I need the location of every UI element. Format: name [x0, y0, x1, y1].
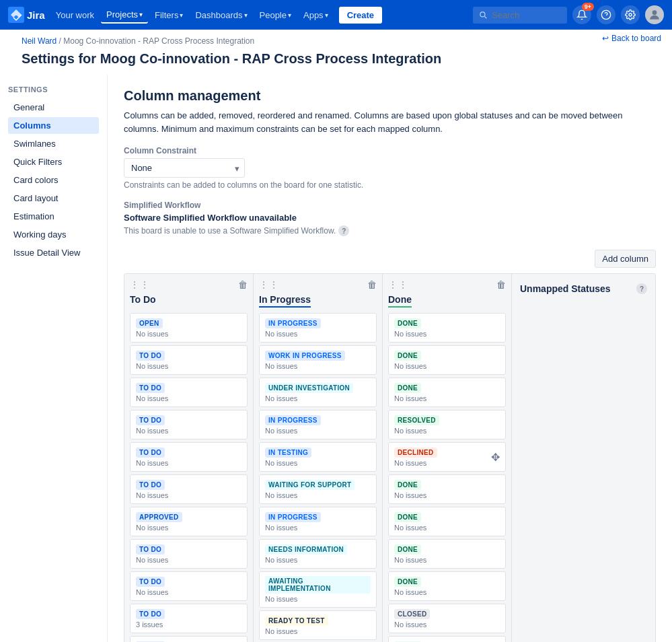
filters-chevron: ▾ [180, 11, 183, 19]
nav-people[interactable]: People ▾ [254, 7, 297, 23]
sidebar-item-swimlanes[interactable]: Swimlanes [8, 135, 99, 152]
logo-text: Jira [27, 9, 45, 21]
col-header-todo: ⋮⋮🗑 [130, 279, 248, 290]
nav-projects[interactable]: Projects ▾ [101, 7, 148, 24]
status-issue-count: No issues [394, 524, 500, 532]
sidebar-item-issue-detail-view[interactable]: Issue Detail View [8, 244, 99, 261]
status-card: DONENo issues [388, 378, 506, 407]
search-wrap [473, 7, 567, 24]
status-card: TO DONo issues [130, 410, 248, 439]
status-issue-count: No issues [265, 524, 371, 532]
bell-icon [576, 9, 587, 20]
board-col-done: ⋮⋮🗑DoneDONENo issuesDONENo issuesDONENo … [383, 274, 512, 642]
status-card: IN TESTINGNo issues [259, 442, 377, 472]
search-input[interactable] [473, 7, 567, 24]
col-name-done[interactable]: Done [388, 294, 412, 308]
sidebar-item-estimation[interactable]: Estimation [8, 208, 99, 225]
board-col-todo: ⋮⋮🗑To DoOPENNo issuesTO DONo issuesTO DO… [124, 274, 254, 642]
status-issue-count: No issues [265, 595, 371, 603]
nav-items: Your work Projects ▾ Filters ▾ Dashboard… [50, 7, 334, 24]
status-issue-count: No issues [136, 427, 241, 435]
status-card: IN PROGRESSNo issues [259, 410, 377, 439]
col-drag-handle[interactable]: ⋮⋮ [259, 279, 279, 290]
nav-right: 9+ [473, 5, 664, 24]
add-column-row: Add column [124, 250, 656, 268]
jira-logo[interactable]: Jira [8, 7, 45, 23]
avatar[interactable] [645, 5, 664, 24]
status-card: TO DONo issues [130, 474, 248, 504]
status-card: WORK IN PROGRESSNo issues [259, 345, 377, 375]
col-drag-handle[interactable]: ⋮⋮ [130, 279, 150, 290]
page-header: ↩ Back to board Neil Ward / Moog Co-inno… [0, 30, 672, 75]
breadcrumb-parent[interactable]: Neil Ward [22, 36, 57, 46]
col-delete-icon[interactable]: 🗑 [238, 279, 248, 290]
col-name-inprogress[interactable]: In Progress [259, 294, 311, 308]
add-column-button[interactable]: Add column [595, 250, 656, 268]
status-issue-count: No issues [265, 330, 371, 338]
status-badge: TO DO [136, 383, 165, 393]
notification-button[interactable]: 9+ [572, 5, 591, 24]
back-to-board-link[interactable]: ↩ Back to board [602, 34, 661, 43]
col-delete-icon[interactable]: 🗑 [496, 279, 506, 290]
unmapped-help-icon[interactable]: ? [636, 283, 647, 294]
col-drag-handle[interactable]: ⋮⋮ [388, 279, 408, 290]
sidebar-item-working-days[interactable]: Working days [8, 226, 99, 243]
nav-dashboards[interactable]: Dashboards ▾ [190, 7, 252, 23]
sidebar-item-general[interactable]: General [8, 99, 99, 116]
svg-point-2 [629, 13, 632, 16]
column-constraint-select[interactable]: None Issue Count Issue Count excluding S… [124, 158, 245, 178]
breadcrumb: Neil Ward / Moog Co-innovation - RAP Cro… [11, 30, 661, 48]
status-card: TO DONo issues [130, 345, 248, 375]
status-badge: TO DO [136, 351, 165, 361]
nav-your-work[interactable]: Your work [50, 7, 100, 23]
sidebar-item-quick-filters[interactable]: Quick Filters [8, 153, 99, 170]
projects-chevron: ▾ [139, 11, 143, 18]
create-button[interactable]: Create [339, 7, 382, 24]
status-issue-count: No issues [136, 588, 241, 596]
status-badge: DONE [394, 351, 421, 361]
sidebar-item-columns[interactable]: Columns [8, 117, 99, 134]
status-issue-count: No issues [394, 394, 500, 402]
help-button[interactable] [597, 5, 615, 24]
status-badge: DONE [394, 544, 421, 555]
settings-button[interactable] [621, 5, 640, 24]
board-area: ⋮⋮🗑To DoOPENNo issuesTO DONo issuesTO DO… [124, 273, 656, 642]
status-badge: AWAITING IMPLEMENTATION [265, 576, 371, 594]
status-issue-count: No issues [136, 524, 241, 532]
status-card: TO DONo issues [130, 442, 248, 472]
main-layout: SETTINGS General Columns Swimlanes Quick… [0, 75, 672, 642]
column-constraint-section: Column Constraint None Issue Count Issue… [124, 146, 656, 190]
status-card: IN PROGRESSNo issues [259, 507, 377, 536]
status-issue-count: No issues [136, 362, 241, 370]
status-card: DONENo issues [388, 636, 506, 642]
status-badge: APPROVED [136, 512, 182, 522]
status-badge: DONE [394, 512, 421, 522]
nav-apps[interactable]: Apps ▾ [298, 7, 334, 23]
sidebar-item-card-colors[interactable]: Card colors [8, 172, 99, 188]
notification-badge: 9+ [582, 3, 594, 11]
sidebar-item-card-layout[interactable]: Card layout [8, 190, 99, 207]
col-name-todo[interactable]: To Do [130, 294, 156, 308]
col-delete-icon[interactable]: 🗑 [367, 279, 377, 290]
status-issue-count: No issues [394, 330, 500, 338]
status-issue-count: No issues [265, 394, 371, 402]
column-constraint-label: Column Constraint [124, 146, 656, 155]
content-title: Column management [124, 88, 656, 104]
status-issue-count: No issues [265, 459, 371, 467]
status-card: DONENo issues [388, 507, 506, 536]
status-card: DONENo issues [388, 345, 506, 375]
status-badge: DONE [394, 383, 421, 393]
content-description: Columns can be added, removed, reordered… [124, 109, 656, 135]
status-card: WAITING FOR SUPPORTNo issues [259, 474, 377, 504]
settings-sidebar: SETTINGS General Columns Swimlanes Quick… [0, 75, 108, 642]
sidebar-section-title: SETTINGS [8, 85, 99, 94]
status-card: APPROVEDNo issues [130, 507, 248, 536]
nav-filters[interactable]: Filters ▾ [149, 7, 188, 23]
simplified-workflow-label: Simplified Workflow [124, 201, 656, 210]
simplified-help-icon[interactable]: ? [338, 225, 349, 236]
status-badge: IN PROGRESS [265, 415, 321, 425]
status-card: TO DONo issues [130, 378, 248, 407]
status-badge: TO DO [136, 448, 165, 458]
status-badge: UNDER INVESTIGATION [265, 383, 353, 393]
breadcrumb-current: Moog Co-innovation - RAP Cross Process I… [63, 36, 254, 46]
